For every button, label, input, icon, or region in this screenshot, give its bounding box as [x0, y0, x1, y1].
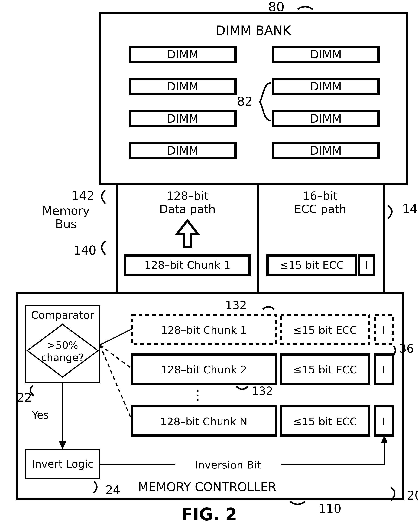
chunk-row-n-data-label: 128–bit Chunk N [160, 415, 247, 428]
chunk-row-1-ibit-label: I [382, 324, 385, 336]
yes-label: Yes [32, 409, 49, 421]
chunk-row-2-ecc-label: ≤15 bit ECC [293, 363, 357, 376]
figure-label: FIG. 2 [181, 505, 237, 524]
callout-82: 82 [237, 95, 252, 109]
datapath-line2: Data path [159, 203, 216, 216]
dimm-slot-label: DIMM [167, 48, 198, 61]
callout-144: 144 [402, 202, 418, 216]
callout-140: 140 [73, 243, 96, 257]
callout-20: 20 [407, 488, 418, 502]
callout-132-mid: 132 [252, 384, 273, 398]
dimm-slot-label: DIMM [310, 112, 341, 125]
dimm-slot-label: DIMM [167, 144, 198, 157]
callout-22: 22 [17, 391, 32, 404]
eccpath-line2: ECC path [294, 203, 346, 216]
memory-bus-line2: Bus [55, 217, 77, 231]
chunk-row-1-ecc-label: ≤15 bit ECC [293, 324, 357, 336]
dimm-slot-label: DIMM [310, 48, 341, 61]
bus-ecc-label: ≤15 bit ECC [280, 259, 344, 271]
dimm-slot-label: DIMM [167, 80, 198, 93]
dimm-bank-title: DIMM BANK [216, 23, 291, 38]
callout-24: 24 [105, 483, 120, 497]
comparator-title: Comparator [31, 309, 94, 321]
dimm-slot-label: DIMM [310, 144, 341, 157]
memory-bus-line1: Memory [42, 204, 90, 218]
bus-ibit-label: I [365, 259, 368, 271]
callout-110: 110 [318, 502, 341, 516]
figure-canvas: DIMM BANK 80 DIMM DIMM DIMM DIMM DIMM DI… [0, 0, 418, 532]
callout-arc-140 [102, 241, 105, 254]
chunk-row-1-data-label: 128–bit Chunk 1 [161, 324, 247, 336]
callout-arc-142 [102, 190, 105, 204]
callout-142: 142 [71, 189, 94, 203]
decision-line2: change? [41, 351, 84, 363]
callout-arc-144 [388, 206, 392, 219]
chunk-row-n-ibit-label: I [382, 415, 385, 428]
dimm-slot-label: DIMM [310, 80, 341, 93]
callout-132-top: 132 [225, 299, 247, 312]
datapath-line1: 128–bit [166, 189, 209, 203]
chunk-row-2-ibit-label: I [382, 363, 385, 376]
chunk-row-2-data-label: 128–bit Chunk 2 [161, 363, 247, 376]
up-arrow-icon [177, 221, 198, 247]
callout-36: 36 [399, 342, 414, 355]
invert-logic-label: Invert Logic [32, 458, 94, 470]
memory-controller-title: MEMORY CONTROLLER [138, 480, 276, 494]
callout-arc-80 [298, 7, 313, 9]
inversion-wire-label: Inversion Bit [195, 459, 261, 471]
bus-chunk-label: 128–bit Chunk 1 [144, 259, 230, 271]
vdots: ⋮ [191, 387, 204, 403]
eccpath-line1: 16–bit [303, 189, 338, 203]
chunk-row-n-ecc-label: ≤15 bit ECC [293, 415, 357, 428]
callout-arc-110 [290, 501, 305, 504]
decision-line1: >50% [47, 339, 78, 351]
dimm-slot-label: DIMM [167, 112, 198, 125]
callout-80: 80 [268, 0, 284, 14]
